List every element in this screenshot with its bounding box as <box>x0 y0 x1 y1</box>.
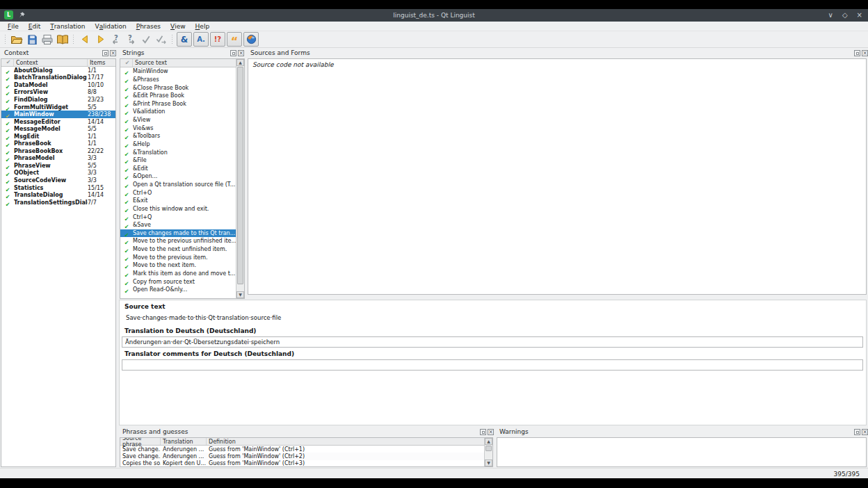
sources-dock-title[interactable]: Sources and Forms <box>250 49 310 56</box>
string-row[interactable]: ✔ Vie&ws <box>120 124 244 132</box>
context-row[interactable]: ✔ PhraseBook 1/1 <box>1 140 115 147</box>
next-button[interactable] <box>93 32 108 47</box>
string-row[interactable]: ✔ Close this window and exit. <box>120 205 244 213</box>
source-text-column-header[interactable]: Source text <box>133 59 244 67</box>
context-row[interactable]: ✔ PhraseModel 3/3 <box>1 155 115 163</box>
string-row[interactable]: ✔ &View <box>120 116 244 124</box>
string-row[interactable]: ✔ Save changes made to this Qt tran... <box>120 229 244 238</box>
done-and-next-button[interactable] <box>154 32 169 47</box>
strings-dock-title[interactable]: Strings <box>122 49 145 56</box>
place-markers-ball-toggle[interactable] <box>243 32 259 47</box>
context-row[interactable]: ✔ MessageModel 5/5 <box>1 125 115 133</box>
context-row[interactable]: ✔ DataModel 10/10 <box>1 81 115 89</box>
warnings-close-button[interactable]: × <box>862 429 868 435</box>
next-unfinished-button[interactable]: ? <box>123 32 138 47</box>
guess-row[interactable]: Save change... Änderungen ... Guess from… <box>120 453 492 459</box>
definition-column-header[interactable]: Definition <box>207 438 492 445</box>
done-button[interactable] <box>138 32 154 47</box>
string-row[interactable]: ✔ &Edit <box>120 165 244 173</box>
context-row[interactable]: ✔ TranslationSettingsDialog 7/7 <box>1 199 115 206</box>
string-row[interactable]: ✔ Move to the previous item. <box>120 253 244 261</box>
string-row[interactable]: ✔ &File <box>120 156 244 165</box>
toolbar-drag-handle[interactable] <box>72 34 75 45</box>
string-row[interactable]: ✔ &Help <box>120 140 244 149</box>
menu-help[interactable]: Help <box>191 22 215 31</box>
phrase-book-button[interactable] <box>55 32 70 47</box>
menu-validation[interactable]: Validation <box>90 22 131 31</box>
phrase-matches-toggle[interactable]: !? <box>210 32 225 47</box>
save-button[interactable] <box>24 32 40 47</box>
source-phrase-column-header[interactable]: Source phrase <box>120 438 161 445</box>
menu-translation[interactable]: Translation <box>45 22 90 31</box>
string-row[interactable]: ✔ Mark this item as done and move t... <box>120 270 244 278</box>
prev-unfinished-button[interactable]: ? <box>108 32 123 47</box>
context-close-button[interactable]: × <box>110 50 116 56</box>
context-row[interactable]: ✔ BatchTranslationDialog 17/17 <box>1 74 115 82</box>
context-row[interactable]: ✔ MessageEditor 14/14 <box>1 118 115 126</box>
context-row[interactable]: ✔ MainWindow 238/238 <box>1 111 115 118</box>
string-row[interactable]: ✔ &Print Phrase Book <box>120 100 244 108</box>
string-row[interactable]: ✔ &Close Phrase Book <box>120 83 244 92</box>
menu-phrases[interactable]: Phrases <box>131 22 166 31</box>
context-row[interactable]: ✔ PhraseView 5/5 <box>1 162 115 170</box>
context-row[interactable]: ✔ FindDialog 23/23 <box>1 96 115 104</box>
string-row[interactable]: ✔ V&alidation <box>120 108 244 116</box>
string-row[interactable]: ✔ &Toolbars <box>120 132 244 140</box>
phrases-float-button[interactable] <box>480 429 486 435</box>
context-row[interactable]: ✔ AboutDialog 1/1 <box>1 67 115 74</box>
prev-button[interactable] <box>77 32 93 47</box>
phrases-dock-title[interactable]: Phrases and guesses <box>122 428 188 435</box>
string-row[interactable]: ✔ E&xit <box>120 197 244 205</box>
guess-row[interactable]: Copies the so... Kopiert den U... Guess … <box>120 460 492 467</box>
string-row[interactable]: ✔ &Edit Phrase Book <box>120 92 244 100</box>
place-marker-quotes-toggle[interactable]: “ <box>227 32 242 47</box>
warnings-float-button[interactable] <box>854 429 860 435</box>
items-column-header[interactable]: Items <box>88 59 115 66</box>
guess-row[interactable]: Save change... Änderungen ... Guess from… <box>120 446 492 453</box>
print-button[interactable] <box>40 32 55 47</box>
maximize-button[interactable]: ◇ <box>842 12 848 19</box>
context-float-button[interactable] <box>102 50 108 56</box>
menu-edit[interactable]: Edit <box>24 22 45 31</box>
context-row[interactable]: ✔ MsgEdit 1/1 <box>1 133 115 140</box>
phrases-close-button[interactable]: × <box>488 429 494 435</box>
scroll-up-button[interactable]: ▲ <box>485 438 492 445</box>
sources-close-button[interactable]: × <box>862 50 868 56</box>
string-row[interactable]: ✔ Open Read-O&nly... <box>120 286 244 294</box>
string-row[interactable]: ✔ &Open... <box>120 172 244 181</box>
close-button[interactable]: × <box>857 12 862 19</box>
translation-input[interactable] <box>122 336 863 348</box>
phrases-scrollbar[interactable]: ▲ ▼ <box>484 438 492 466</box>
scroll-down-button[interactable]: ▼ <box>236 291 244 298</box>
scroll-up-button[interactable]: ▲ <box>236 59 244 66</box>
strings-float-button[interactable] <box>230 50 236 56</box>
accelerators-toggle[interactable]: & <box>177 32 192 47</box>
context-row[interactable]: ✔ TranslateDialog 14/14 <box>1 191 115 199</box>
scroll-down-button[interactable]: ▼ <box>485 459 492 466</box>
scroll-handle[interactable] <box>485 446 492 451</box>
strings-close-button[interactable]: × <box>238 50 244 56</box>
string-row[interactable]: ✔ Ctrl+O <box>120 188 244 197</box>
context-column-header[interactable]: Context <box>14 59 88 66</box>
ending-punctuation-toggle[interactable]: A. <box>193 32 209 47</box>
context-row[interactable]: ✔ ErrorsView 8/8 <box>1 89 115 97</box>
string-row[interactable]: ✔ &Save <box>120 221 244 229</box>
strings-scrollbar[interactable]: ▲ ▼ <box>236 59 244 298</box>
translation-column-header[interactable]: Translation <box>161 438 207 445</box>
string-row[interactable]: ✔ Move to the next item. <box>120 261 244 270</box>
translator-comments-input[interactable] <box>122 359 863 371</box>
string-row[interactable]: ✔ Open a Qt translation source file (T..… <box>120 181 244 189</box>
open-button[interactable] <box>9 32 24 47</box>
warnings-dock-title[interactable]: Warnings <box>499 428 529 435</box>
toolbar-drag-handle[interactable] <box>4 34 7 45</box>
toolbar-drag-handle[interactable] <box>171 34 174 45</box>
context-row[interactable]: ✔ FormMultiWidget 5/5 <box>1 104 115 111</box>
minimize-button[interactable]: ∨ <box>828 12 833 19</box>
context-dock-title[interactable]: Context <box>4 49 29 56</box>
string-row[interactable]: ✔ Ctrl+Q <box>120 213 244 221</box>
sources-float-button[interactable] <box>854 50 860 56</box>
context-row[interactable]: ✔ SourceCodeView 3/3 <box>1 177 115 184</box>
string-row[interactable]: ✔ &Phrases <box>120 76 244 84</box>
scroll-handle[interactable] <box>237 67 243 284</box>
string-row[interactable]: ✔ &Translation <box>120 148 244 156</box>
